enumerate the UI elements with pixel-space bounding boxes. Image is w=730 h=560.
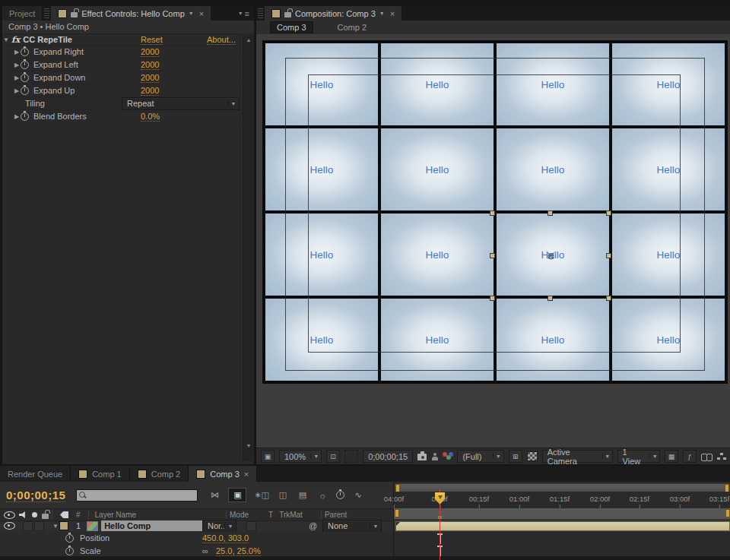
- panel-menu-button[interactable]: ▼ ≡: [233, 6, 254, 21]
- layer-row[interactable]: ▼ 1 Hello Comp Nor... ▼ @ None ▼: [0, 520, 393, 533]
- show-snapshot-icon[interactable]: [431, 453, 438, 460]
- property-dropdown[interactable]: Repeat ▼: [122, 97, 240, 110]
- frame-blending-icon[interactable]: ◫: [277, 490, 289, 500]
- view-layout-dropdown[interactable]: 1 View ▼: [617, 450, 660, 463]
- grid-guides-icon[interactable]: ▦: [665, 450, 678, 463]
- selection-handle[interactable]: [606, 210, 611, 216]
- work-area-start-handle[interactable]: [395, 509, 399, 517]
- expand-triangle-icon[interactable]: ▶: [13, 49, 21, 55]
- effect-header-row[interactable]: ▼ fx CC RepeTile Reset About...: [2, 33, 242, 46]
- trkmat-column-header[interactable]: TrkMat: [279, 511, 303, 519]
- stopwatch-icon[interactable]: [65, 534, 74, 543]
- toggle-viewer-icon[interactable]: ▣: [261, 450, 275, 463]
- selection-handle[interactable]: [606, 253, 611, 258]
- index-column-header[interactable]: #: [76, 511, 81, 519]
- position-keyframe-track[interactable]: [394, 532, 730, 545]
- property-value[interactable]: 450.0, 303.0: [202, 533, 249, 543]
- stopwatch-icon[interactable]: [21, 61, 29, 69]
- close-tab-icon[interactable]: ×: [390, 9, 395, 18]
- effect-property-row[interactable]: ▶ Expand Down 2000 2000 ▼: [2, 71, 242, 84]
- effect-property-row[interactable]: ▶ Tiling Repeat Repeat ▼: [2, 97, 242, 110]
- property-value[interactable]: 2000: [141, 86, 159, 96]
- video-column-icon[interactable]: [4, 511, 15, 519]
- lock-toggle[interactable]: [34, 521, 44, 531]
- collapse-triangle-icon[interactable]: ▼: [2, 36, 10, 43]
- lock-icon[interactable]: [71, 12, 78, 17]
- selection-handle[interactable]: [490, 210, 495, 216]
- tab-project[interactable]: Project: [2, 6, 43, 21]
- property-value[interactable]: 2000: [141, 47, 159, 57]
- mode-column-header[interactable]: Mode: [230, 511, 249, 519]
- tab-dropdown-icon[interactable]: ▼: [379, 11, 385, 16]
- timeline-tab[interactable]: Comp 1 ×: [71, 466, 130, 482]
- panel-gripper[interactable]: [258, 8, 263, 18]
- scale-keyframe-track[interactable]: [394, 544, 730, 557]
- lock-column-icon[interactable]: [42, 514, 49, 519]
- layer-label-swatch[interactable]: [59, 521, 68, 530]
- brainstorm-icon[interactable]: ☼: [316, 491, 328, 500]
- property-value[interactable]: 0.0%: [141, 112, 160, 122]
- comp-nav-tab[interactable]: Comp 2: [332, 22, 373, 33]
- layer-duration-bar[interactable]: [395, 521, 730, 531]
- scroll-up-icon[interactable]: ▲: [243, 35, 254, 45]
- parent-pick-whip-icon[interactable]: @: [309, 521, 317, 530]
- effect-controls-scrollbar[interactable]: ▲ ▼: [243, 35, 254, 461]
- audio-column-icon[interactable]: [19, 511, 27, 518]
- scroll-down-icon[interactable]: ▼: [243, 441, 254, 451]
- camera-dropdown[interactable]: Active Camera ▼: [542, 450, 613, 463]
- work-area-bar[interactable]: [394, 508, 730, 520]
- expand-triangle-icon[interactable]: ▶: [13, 74, 21, 81]
- preserve-transparency-toggle[interactable]: [246, 521, 256, 531]
- timeline-tab[interactable]: Comp 3 ×: [189, 466, 257, 482]
- motion-blur-icon[interactable]: ▤: [297, 490, 309, 500]
- link-dimensions-icon[interactable]: ∞: [202, 546, 208, 555]
- layer-property-row[interactable]: Position ∞ 450.0, 303.0: [0, 532, 393, 545]
- stopwatch-icon[interactable]: [65, 547, 74, 555]
- magnification-dropdown[interactable]: 100% ▼: [279, 450, 322, 463]
- selection-handle[interactable]: [490, 253, 495, 258]
- viewer-timecode[interactable]: 0;00;00;15: [363, 450, 413, 463]
- selection-handle[interactable]: [606, 296, 611, 301]
- safe-margins-icon[interactable]: ⊡: [326, 450, 340, 463]
- transparency-grid-icon[interactable]: [527, 451, 538, 461]
- tab-dropdown-icon[interactable]: ▼: [189, 11, 194, 16]
- comp-nav-tab[interactable]: Comp 3: [270, 21, 313, 33]
- timeline-tab[interactable]: Comp 2 ×: [130, 466, 189, 482]
- solo-column-icon[interactable]: [32, 512, 37, 517]
- comp-tile-grid[interactable]: HelloHelloHelloHelloHelloHelloHelloHello…: [262, 40, 728, 384]
- effect-property-row[interactable]: ▶ Expand Left 2000 2000 ▼: [2, 59, 242, 71]
- solo-toggle[interactable]: [23, 521, 33, 531]
- exposure-icon[interactable]: ƒ: [683, 450, 697, 463]
- anchor-point-icon[interactable]: [547, 252, 555, 260]
- selection-handle[interactable]: [548, 296, 553, 301]
- stopwatch-icon[interactable]: [21, 87, 29, 95]
- current-time-display[interactable]: 0;00;00;15: [6, 489, 65, 502]
- comp-mini-flowchart-icon[interactable]: ⋈: [208, 490, 221, 500]
- label-column-icon[interactable]: [60, 511, 68, 518]
- hide-shy-layers-icon[interactable]: ∗◫: [254, 490, 269, 500]
- target-region-icon[interactable]: ⊞: [509, 450, 522, 463]
- layer-name[interactable]: Hello Comp: [101, 520, 211, 531]
- flowchart-icon[interactable]: [717, 453, 725, 460]
- panel-gripper[interactable]: [44, 8, 49, 18]
- property-value[interactable]: 2000: [141, 60, 159, 70]
- effect-property-row[interactable]: ▶ Blend Borders 0.0% 0.0% ▼: [2, 110, 242, 123]
- layer-visibility-icon[interactable]: [4, 522, 15, 530]
- timeline-tab[interactable]: Render Queue ×: [0, 466, 71, 482]
- channels-icon[interactable]: [443, 452, 452, 460]
- close-tab-icon[interactable]: ×: [199, 9, 204, 18]
- effect-reset-link[interactable]: Reset: [141, 35, 163, 45]
- stopwatch-icon[interactable]: [21, 112, 29, 121]
- effect-property-row[interactable]: ▶ Expand Right 2000 2000 ▼: [2, 46, 242, 59]
- work-area-end-handle[interactable]: [725, 509, 730, 517]
- expand-triangle-icon[interactable]: ▶: [13, 113, 21, 120]
- layer-track[interactable]: [394, 519, 730, 533]
- property-value[interactable]: 2000: [141, 73, 159, 83]
- auto-keyframe-icon[interactable]: [336, 491, 344, 499]
- close-tab-icon[interactable]: ×: [244, 470, 249, 479]
- selection-handle[interactable]: [490, 296, 495, 301]
- expand-triangle-icon[interactable]: ▶: [13, 62, 21, 68]
- t-column-header[interactable]: T: [268, 511, 273, 519]
- resolution-dropdown[interactable]: (Full) ▼: [457, 450, 503, 463]
- effect-property-row[interactable]: ▶ Expand Up 2000 2000 ▼: [2, 84, 242, 97]
